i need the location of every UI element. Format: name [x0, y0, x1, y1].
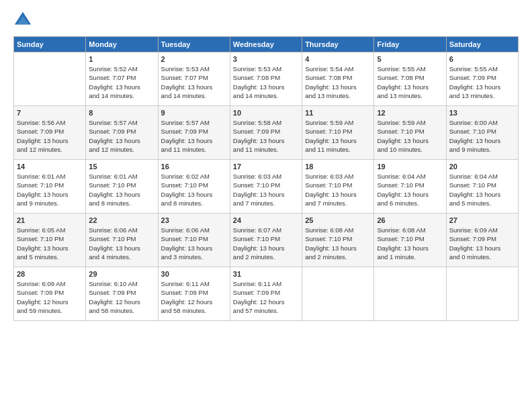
week-row-1: 1Sunrise: 5:52 AM Sunset: 7:07 PM Daylig… [14, 52, 519, 106]
week-row-2: 7Sunrise: 5:56 AM Sunset: 7:09 PM Daylig… [14, 106, 519, 160]
calendar-cell: 7Sunrise: 5:56 AM Sunset: 7:09 PM Daylig… [14, 106, 86, 160]
calendar-cell [374, 267, 446, 321]
calendar-cell: 8Sunrise: 5:57 AM Sunset: 7:09 PM Daylig… [86, 106, 158, 160]
calendar-cell: 17Sunrise: 6:03 AM Sunset: 7:10 PM Dayli… [230, 160, 302, 214]
calendar-cell: 14Sunrise: 6:01 AM Sunset: 7:10 PM Dayli… [14, 160, 86, 214]
calendar-cell: 15Sunrise: 6:01 AM Sunset: 7:10 PM Dayli… [86, 160, 158, 214]
day-number: 15 [89, 163, 154, 171]
day-info: Sunrise: 6:11 AM Sunset: 7:09 PM Dayligh… [161, 279, 227, 315]
day-number: 7 [17, 109, 83, 117]
day-number: 19 [377, 163, 443, 171]
day-number: 1 [89, 55, 154, 63]
logo-icon [13, 11, 32, 30]
day-number: 12 [377, 109, 443, 117]
day-number: 24 [233, 216, 299, 224]
column-header-friday: Friday [374, 37, 446, 52]
calendar-cell: 5Sunrise: 5:55 AM Sunset: 7:08 PM Daylig… [374, 52, 446, 106]
day-info: Sunrise: 6:02 AM Sunset: 7:10 PM Dayligh… [161, 172, 227, 208]
day-info: Sunrise: 6:04 AM Sunset: 7:10 PM Dayligh… [449, 172, 515, 208]
calendar-cell: 29Sunrise: 6:10 AM Sunset: 7:09 PM Dayli… [86, 267, 158, 321]
logo [13, 11, 35, 30]
calendar-cell: 30Sunrise: 6:11 AM Sunset: 7:09 PM Dayli… [158, 267, 230, 321]
calendar-cell [446, 267, 518, 321]
day-info: Sunrise: 5:54 AM Sunset: 7:08 PM Dayligh… [305, 64, 371, 100]
day-number: 25 [305, 216, 371, 224]
day-info: Sunrise: 5:57 AM Sunset: 7:09 PM Dayligh… [161, 118, 227, 154]
day-info: Sunrise: 6:04 AM Sunset: 7:10 PM Dayligh… [377, 172, 443, 208]
day-number: 21 [17, 216, 83, 224]
week-row-3: 14Sunrise: 6:01 AM Sunset: 7:10 PM Dayli… [14, 160, 519, 214]
day-number: 23 [161, 216, 227, 224]
day-info: Sunrise: 6:10 AM Sunset: 7:09 PM Dayligh… [89, 279, 154, 315]
day-number: 26 [377, 216, 443, 224]
calendar-cell: 13Sunrise: 6:00 AM Sunset: 7:10 PM Dayli… [446, 106, 518, 160]
day-info: Sunrise: 5:59 AM Sunset: 7:10 PM Dayligh… [377, 118, 443, 154]
calendar-cell: 6Sunrise: 5:55 AM Sunset: 7:09 PM Daylig… [446, 52, 518, 106]
day-info: Sunrise: 6:03 AM Sunset: 7:10 PM Dayligh… [305, 172, 371, 208]
day-number: 2 [161, 55, 227, 63]
calendar-cell: 20Sunrise: 6:04 AM Sunset: 7:10 PM Dayli… [446, 160, 518, 214]
calendar-cell: 19Sunrise: 6:04 AM Sunset: 7:10 PM Dayli… [374, 160, 446, 214]
calendar-cell: 21Sunrise: 6:05 AM Sunset: 7:10 PM Dayli… [14, 214, 86, 267]
column-header-wednesday: Wednesday [230, 37, 302, 52]
day-info: Sunrise: 5:58 AM Sunset: 7:09 PM Dayligh… [233, 118, 299, 154]
calendar-cell: 4Sunrise: 5:54 AM Sunset: 7:08 PM Daylig… [302, 52, 374, 106]
day-number: 10 [233, 109, 299, 117]
day-info: Sunrise: 6:06 AM Sunset: 7:10 PM Dayligh… [161, 226, 227, 261]
calendar-cell: 31Sunrise: 6:11 AM Sunset: 7:09 PM Dayli… [230, 267, 302, 321]
day-number: 8 [89, 109, 154, 117]
day-info: Sunrise: 6:09 AM Sunset: 7:09 PM Dayligh… [17, 279, 83, 315]
header [13, 11, 519, 30]
calendar-cell: 22Sunrise: 6:06 AM Sunset: 7:10 PM Dayli… [86, 214, 158, 267]
day-info: Sunrise: 6:01 AM Sunset: 7:10 PM Dayligh… [17, 172, 83, 208]
day-info: Sunrise: 6:08 AM Sunset: 7:10 PM Dayligh… [377, 226, 443, 261]
header-row: SundayMondayTuesdayWednesdayThursdayFrid… [14, 37, 519, 52]
calendar-cell: 16Sunrise: 6:02 AM Sunset: 7:10 PM Dayli… [158, 160, 230, 214]
page: SundayMondayTuesdayWednesdayThursdayFrid… [0, 0, 532, 411]
day-info: Sunrise: 6:08 AM Sunset: 7:10 PM Dayligh… [305, 226, 371, 261]
calendar-cell: 28Sunrise: 6:09 AM Sunset: 7:09 PM Dayli… [14, 267, 86, 321]
column-header-monday: Monday [86, 37, 158, 52]
calendar-cell: 1Sunrise: 5:52 AM Sunset: 7:07 PM Daylig… [86, 52, 158, 106]
day-number: 27 [449, 216, 515, 224]
calendar-cell [14, 52, 86, 106]
calendar-cell: 12Sunrise: 5:59 AM Sunset: 7:10 PM Dayli… [374, 106, 446, 160]
calendar-cell: 3Sunrise: 5:53 AM Sunset: 7:08 PM Daylig… [230, 52, 302, 106]
day-info: Sunrise: 5:53 AM Sunset: 7:08 PM Dayligh… [233, 64, 299, 100]
day-info: Sunrise: 6:06 AM Sunset: 7:10 PM Dayligh… [89, 226, 154, 261]
calendar-cell: 24Sunrise: 6:07 AM Sunset: 7:10 PM Dayli… [230, 214, 302, 267]
day-number: 30 [161, 270, 227, 278]
day-info: Sunrise: 5:56 AM Sunset: 7:09 PM Dayligh… [17, 118, 83, 154]
day-info: Sunrise: 5:59 AM Sunset: 7:10 PM Dayligh… [305, 118, 371, 154]
day-info: Sunrise: 6:01 AM Sunset: 7:10 PM Dayligh… [89, 172, 154, 208]
week-row-4: 21Sunrise: 6:05 AM Sunset: 7:10 PM Dayli… [14, 214, 519, 267]
day-info: Sunrise: 5:55 AM Sunset: 7:09 PM Dayligh… [449, 64, 515, 100]
day-info: Sunrise: 5:52 AM Sunset: 7:07 PM Dayligh… [89, 64, 154, 100]
day-number: 28 [17, 270, 83, 278]
day-number: 18 [305, 163, 371, 171]
calendar-cell: 18Sunrise: 6:03 AM Sunset: 7:10 PM Dayli… [302, 160, 374, 214]
day-number: 14 [17, 163, 83, 171]
day-number: 22 [89, 216, 154, 224]
calendar-cell: 23Sunrise: 6:06 AM Sunset: 7:10 PM Dayli… [158, 214, 230, 267]
day-number: 16 [161, 163, 227, 171]
column-header-tuesday: Tuesday [158, 37, 230, 52]
calendar-cell: 26Sunrise: 6:08 AM Sunset: 7:10 PM Dayli… [374, 214, 446, 267]
day-number: 4 [305, 55, 371, 63]
week-row-5: 28Sunrise: 6:09 AM Sunset: 7:09 PM Dayli… [14, 267, 519, 321]
day-number: 29 [89, 270, 154, 278]
day-number: 11 [305, 109, 371, 117]
calendar-cell: 10Sunrise: 5:58 AM Sunset: 7:09 PM Dayli… [230, 106, 302, 160]
day-info: Sunrise: 6:11 AM Sunset: 7:09 PM Dayligh… [233, 279, 299, 315]
day-number: 20 [449, 163, 515, 171]
day-info: Sunrise: 5:55 AM Sunset: 7:08 PM Dayligh… [377, 64, 443, 100]
day-info: Sunrise: 6:00 AM Sunset: 7:10 PM Dayligh… [449, 118, 515, 154]
day-number: 9 [161, 109, 227, 117]
day-info: Sunrise: 6:03 AM Sunset: 7:10 PM Dayligh… [233, 172, 299, 208]
calendar-cell: 27Sunrise: 6:09 AM Sunset: 7:09 PM Dayli… [446, 214, 518, 267]
column-header-sunday: Sunday [14, 37, 86, 52]
day-info: Sunrise: 5:53 AM Sunset: 7:07 PM Dayligh… [161, 64, 227, 100]
column-header-thursday: Thursday [302, 37, 374, 52]
day-number: 3 [233, 55, 299, 63]
day-number: 6 [449, 55, 515, 63]
